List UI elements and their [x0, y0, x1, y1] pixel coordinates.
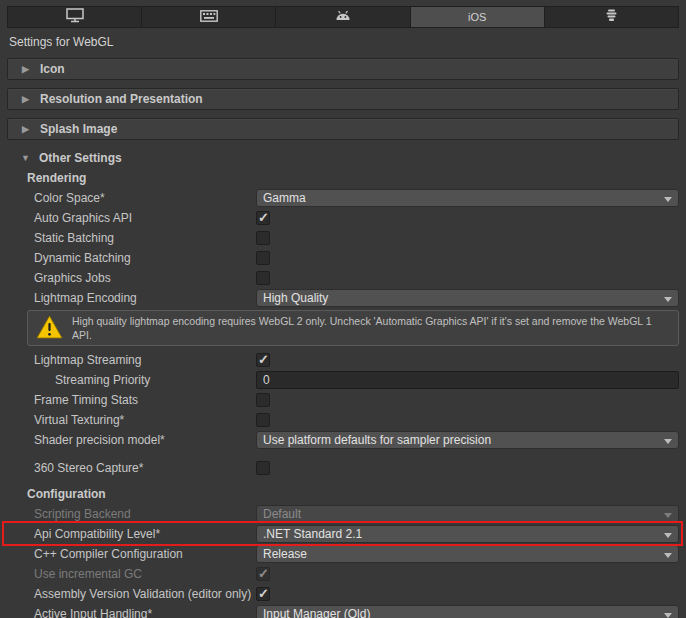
lightmap-encoding-value: High Quality [263, 291, 328, 305]
foldout-resolution[interactable]: ▶ Resolution and Presentation [7, 88, 679, 110]
row-api-compatibility: Api Compatibility Level* .NET Standard 2… [7, 524, 679, 544]
frame-timing-stats-checkbox[interactable] [256, 393, 270, 407]
row-auto-graphics-api: Auto Graphics API [7, 208, 679, 228]
row-lightmap-streaming: Lightmap Streaming [7, 350, 679, 370]
graphics-jobs-label: Graphics Jobs [7, 271, 256, 285]
cpp-compiler-dropdown[interactable]: Release [256, 545, 679, 563]
rendering-heading: Rendering [7, 168, 679, 188]
shader-precision-dropdown[interactable]: Use platform defaults for sampler precis… [256, 431, 679, 449]
cpp-compiler-label: C++ Compiler Configuration [7, 547, 256, 561]
virtual-texturing-checkbox[interactable] [256, 413, 270, 427]
scripting-backend-label: Scripting Backend [7, 507, 256, 521]
foldout-splash[interactable]: ▶ Splash Image [7, 118, 679, 140]
api-compatibility-dropdown[interactable]: .NET Standard 2.1 [256, 525, 679, 543]
row-scripting-backend: Scripting Backend Default [7, 504, 679, 524]
row-static-batching: Static Batching [7, 228, 679, 248]
foldout-other-settings[interactable]: ▼ Other Settings [7, 148, 679, 168]
lightmap-warning-helpbox: High quality lightmap encoding requires … [27, 310, 679, 346]
active-input-label: Active Input Handling* [7, 607, 256, 618]
stereo-capture-label: 360 Stereo Capture* [7, 461, 256, 475]
color-space-dropdown[interactable]: Gamma [256, 189, 679, 207]
color-space-value: Gamma [263, 191, 306, 205]
row-dynamic-batching: Dynamic Batching [7, 248, 679, 268]
lightmap-streaming-checkbox[interactable] [256, 353, 270, 367]
foldout-splash-label: Splash Image [40, 122, 117, 136]
active-input-value: Input Manager (Old) [263, 607, 370, 618]
shader-precision-value: Use platform defaults for sampler precis… [263, 433, 491, 447]
chevron-right-icon: ▶ [22, 94, 31, 104]
static-batching-checkbox[interactable] [256, 231, 270, 245]
api-compatibility-label: Api Compatibility Level* [7, 527, 256, 541]
scripting-backend-value: Default [263, 507, 301, 521]
android-icon [335, 10, 351, 24]
incremental-gc-checkbox [256, 567, 270, 581]
warning-icon [36, 315, 63, 342]
virtual-texturing-label: Virtual Texturing* [7, 413, 256, 427]
lightmap-warning-text: High quality lightmap encoding requires … [72, 314, 652, 342]
foldout-icon[interactable]: ▶ Icon [7, 58, 679, 80]
row-cpp-compiler: C++ Compiler Configuration Release [7, 544, 679, 564]
row-active-input: Active Input Handling* Input Manager (Ol… [7, 604, 679, 618]
lightmap-encoding-label: Lightmap Encoding [7, 291, 256, 305]
player-settings-panel: iOS Settings for WebGL ▶ Icon ▶ Resoluti… [0, 0, 686, 618]
frame-timing-stats-label: Frame Timing Stats [7, 393, 256, 407]
chevron-right-icon: ▶ [22, 64, 31, 74]
row-color-space: Color Space* Gamma [7, 188, 679, 208]
keyboard-icon [200, 10, 218, 25]
streaming-priority-input[interactable]: 0 [256, 371, 679, 389]
scripting-backend-dropdown: Default [256, 505, 679, 523]
row-incremental-gc: Use incremental GC [7, 564, 679, 584]
settings-title: Settings for WebGL [9, 34, 679, 50]
row-shader-precision: Shader precision model* Use platform def… [7, 430, 679, 450]
tab-webgl[interactable] [545, 7, 678, 27]
row-graphics-jobs: Graphics Jobs [7, 268, 679, 288]
assembly-validation-checkbox[interactable] [256, 587, 270, 601]
graphics-jobs-checkbox[interactable] [256, 271, 270, 285]
chevron-down-icon: ▼ [21, 153, 30, 163]
row-virtual-texturing: Virtual Texturing* [7, 410, 679, 430]
configuration-heading: Configuration [7, 484, 679, 504]
platform-tabbar: iOS [7, 6, 679, 28]
row-lightmap-encoding: Lightmap Encoding High Quality [7, 288, 679, 308]
lightmap-streaming-label: Lightmap Streaming [7, 353, 256, 367]
foldout-other-settings-label: Other Settings [39, 151, 122, 165]
foldout-icon-label: Icon [40, 62, 65, 76]
monitor-icon [66, 8, 84, 26]
row-frame-timing-stats: Frame Timing Stats [7, 390, 679, 410]
tab-android[interactable] [276, 7, 410, 27]
webgl-icon [605, 9, 618, 25]
auto-graphics-api-label: Auto Graphics API [7, 211, 256, 225]
tab-dedicated-server[interactable] [142, 7, 276, 27]
streaming-priority-value: 0 [263, 373, 270, 387]
auto-graphics-api-checkbox[interactable] [256, 211, 270, 225]
dynamic-batching-checkbox[interactable] [256, 251, 270, 265]
tab-standalone[interactable] [8, 7, 142, 27]
active-input-dropdown[interactable]: Input Manager (Old) [256, 605, 679, 618]
row-assembly-validation: Assembly Version Validation (editor only… [7, 584, 679, 604]
assembly-validation-label: Assembly Version Validation (editor only… [7, 587, 256, 601]
color-space-label: Color Space* [7, 191, 256, 205]
row-stereo-capture: 360 Stereo Capture* [7, 458, 679, 478]
dynamic-batching-label: Dynamic Batching [7, 251, 256, 265]
static-batching-label: Static Batching [7, 231, 256, 245]
api-compatibility-value: .NET Standard 2.1 [263, 527, 362, 541]
incremental-gc-label: Use incremental GC [7, 567, 256, 581]
shader-precision-label: Shader precision model* [7, 433, 256, 447]
foldout-resolution-label: Resolution and Presentation [40, 92, 203, 106]
row-streaming-priority: Streaming Priority 0 [7, 370, 679, 390]
lightmap-encoding-dropdown[interactable]: High Quality [256, 289, 679, 307]
cpp-compiler-value: Release [263, 547, 307, 561]
chevron-right-icon: ▶ [22, 124, 31, 134]
tab-ios[interactable]: iOS [411, 7, 545, 27]
streaming-priority-label: Streaming Priority [7, 373, 256, 387]
ios-tab-label: iOS [468, 11, 486, 23]
stereo-capture-checkbox[interactable] [256, 461, 270, 475]
